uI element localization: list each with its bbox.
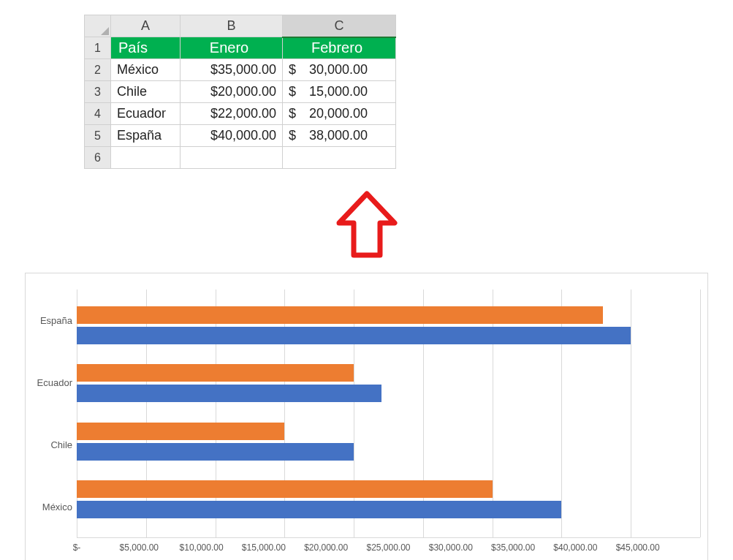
chart-bar	[77, 327, 631, 344]
arrow-up-icon	[330, 189, 403, 262]
cell-c6[interactable]	[283, 147, 396, 169]
cell-a5[interactable]: España	[111, 125, 181, 147]
chart-bar	[77, 480, 493, 498]
chart-bar	[77, 385, 381, 402]
cell-c3[interactable]: $15,000.00	[283, 81, 396, 103]
arrow-container	[15, 189, 718, 265]
chart-x-tick: $25,000.00	[357, 542, 419, 553]
spreadsheet: A B C 1 País Enero Febrero 2 México $35,…	[84, 15, 718, 169]
chart-x-tick: $35,000.00	[482, 542, 544, 553]
cell-c4[interactable]: $20,000.00	[283, 103, 396, 125]
row-header-4[interactable]: 4	[85, 103, 111, 125]
cell-value: 38,000.00	[302, 128, 368, 143]
cell-a3[interactable]: Chile	[111, 81, 181, 103]
chart-x-tick: $20,000.00	[295, 542, 357, 553]
cell-b4[interactable]: $22,000.00	[181, 103, 283, 125]
cell-value: 20,000.00	[302, 106, 368, 121]
cell-b5[interactable]: $40,000.00	[181, 125, 283, 147]
chart-y-label: México	[33, 476, 72, 538]
cell-a1[interactable]: País	[111, 37, 181, 59]
chart-x-tick: $15,000.00	[232, 542, 295, 553]
cell-b1[interactable]: Enero	[181, 37, 283, 59]
cell-a6[interactable]	[111, 147, 181, 169]
column-header-c[interactable]: C	[283, 15, 396, 37]
chart-x-tick: $5,000.00	[108, 542, 170, 553]
chart-bar	[77, 423, 284, 440]
currency-symbol: $	[289, 84, 302, 99]
currency-symbol: $	[289, 62, 302, 77]
cell-a4[interactable]: Ecuador	[111, 103, 181, 125]
chart-x-tick: $10,000.00	[170, 542, 232, 553]
spreadsheet-table: A B C 1 País Enero Febrero 2 México $35,…	[84, 15, 396, 169]
cell-b6[interactable]	[181, 147, 283, 169]
cell-a2[interactable]: México	[111, 59, 181, 81]
chart-bar	[77, 306, 603, 324]
cell-b3[interactable]: $20,000.00	[181, 81, 283, 103]
row-header-5[interactable]: 5	[85, 125, 111, 147]
currency-symbol: $	[289, 128, 302, 143]
chart-bar-group	[77, 480, 700, 521]
cell-value: 15,000.00	[302, 84, 368, 99]
chart-x-tick: $45,000.00	[607, 542, 669, 553]
chart-plot-area	[77, 290, 700, 538]
cell-c2[interactable]: $30,000.00	[283, 59, 396, 81]
chart-y-axis: EspañaEcuadorChileMéxico	[33, 290, 77, 538]
chart-y-label: Chile	[33, 414, 72, 476]
column-header-a[interactable]: A	[111, 15, 181, 37]
cell-c1[interactable]: Febrero	[283, 37, 396, 59]
row-header-6[interactable]: 6	[85, 147, 111, 169]
chart-bar	[77, 364, 354, 382]
chart-gridline	[700, 290, 701, 537]
chart-bar	[77, 443, 354, 461]
cell-value: 30,000.00	[302, 62, 368, 77]
cell-b2[interactable]: $35,000.00	[181, 59, 283, 81]
bar-chart: EspañaEcuadorChileMéxico $-$5,000.00$10,…	[25, 273, 708, 560]
chart-y-label: España	[33, 290, 72, 352]
row-header-2[interactable]: 2	[85, 59, 111, 81]
chart-x-tick: $-	[45, 542, 107, 553]
chart-bar-group	[77, 306, 700, 347]
column-header-b[interactable]: B	[181, 15, 283, 37]
select-all-corner[interactable]	[85, 15, 111, 37]
row-header-1[interactable]: 1	[85, 37, 111, 59]
chart-y-label: Ecuador	[33, 352, 72, 414]
chart-bar-group	[77, 364, 700, 405]
cell-c5[interactable]: $38,000.00	[283, 125, 396, 147]
row-header-3[interactable]: 3	[85, 81, 111, 103]
chart-x-tick: $40,000.00	[544, 542, 607, 553]
chart-bar	[77, 501, 561, 518]
chart-x-axis: $-$5,000.00$10,000.00$15,000.00$20,000.0…	[77, 538, 700, 553]
chart-bar-group	[77, 423, 700, 463]
currency-symbol: $	[289, 106, 302, 121]
chart-x-tick: $30,000.00	[419, 542, 482, 553]
